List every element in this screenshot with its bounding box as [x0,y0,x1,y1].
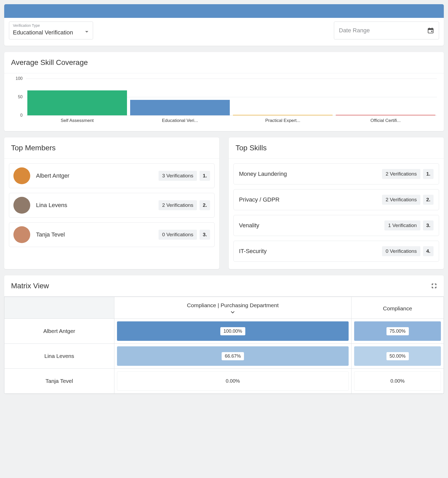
x-axis-label: Educational Veri... [129,118,231,123]
verification-type-select[interactable]: Verification Type Educational Verificati… [9,22,93,39]
chevron-down-icon [85,31,89,33]
rank-badge: 1. [423,169,434,179]
member-row[interactable]: Tanja Tevel0 Verifications3. [9,222,215,247]
avatar [13,226,30,243]
top-members-card: Top Members Albert Antger3 Verifications… [4,137,219,269]
matrix-cell[interactable]: 75.00% [352,319,444,344]
skill-row[interactable]: Money Laundering2 Verifications1. [233,163,439,184]
skill-name: Money Laundering [239,171,382,177]
percentage-label: 0.00% [117,371,349,391]
member-name: Lina Levens [36,202,159,209]
verification-type-value: Educational Verification [13,29,73,36]
matrix-row-header[interactable]: Tanja Tevel [4,369,114,394]
bar-chart: 050100 Self AssessmentEducational Veri..… [11,79,437,126]
svg-rect-1 [428,28,433,30]
rank-badge: 3. [200,230,210,240]
top-skills-card: Top Skills Money Laundering2 Verificatio… [229,137,444,269]
column-label: Compliance | Purchasing Department [118,302,348,309]
y-axis-tick: 100 [11,76,23,81]
calendar-icon [427,27,434,34]
x-axis-label: Practical Expert... [231,118,334,123]
rank-badge: 2. [423,195,434,205]
x-axis-label: Self Assessment [26,118,129,123]
skill-row[interactable]: Privacy / GDPR2 Verifications2. [233,189,439,210]
chart-bar[interactable] [130,100,230,115]
matrix-cell[interactable]: 66.67% [114,344,351,369]
matrix-column-header[interactable]: Compliance [352,297,444,319]
skill-name: IT-Security [239,248,382,255]
skill-name: Venality [239,222,384,229]
matrix-cell[interactable]: 0.00% [352,369,444,394]
filter-card: Verification Type Educational Verificati… [4,4,444,46]
percentage-label: 66.67% [222,352,244,360]
svg-rect-2 [431,31,432,32]
top-members-title: Top Members [4,137,219,158]
percentage-label: 50.00% [386,352,409,360]
x-axis-label: Official Certifi... [334,118,437,123]
rank-badge: 4. [423,246,434,256]
verifications-badge: 3 Verifications [159,171,197,181]
top-skills-title: Top Skills [229,137,444,158]
rank-badge: 3. [423,220,434,230]
avatar [13,167,30,184]
verifications-badge: 0 Verifications [159,230,197,240]
avatar [13,197,30,214]
date-range-input[interactable]: Date Range [334,22,439,39]
y-axis-tick: 0 [11,113,23,118]
y-axis-tick: 50 [11,95,23,99]
skill-name: Privacy / GDPR [239,196,382,203]
percentage-label: 100.00% [220,327,245,335]
member-name: Tanja Tevel [36,231,159,238]
verifications-badge: 2 Verifications [382,169,420,179]
fullscreen-icon[interactable] [431,283,437,289]
matrix-row-header[interactable]: Albert Antger [4,319,114,344]
svg-rect-3 [429,28,430,29]
matrix-cell[interactable]: 100.00% [114,319,351,344]
verifications-badge: 2 Verifications [159,200,197,210]
member-name: Albert Antger [36,172,159,179]
skill-row[interactable]: Venality1 Verification3. [233,215,439,236]
chart-title: Average Skill Coverage [4,52,444,73]
chart-bar[interactable] [233,115,333,115]
percentage-label: 75.00% [386,327,409,335]
chart-bar[interactable] [27,90,127,115]
verifications-badge: 0 Verifications [382,246,420,256]
matrix-table: Compliance | Purchasing DepartmentCompli… [4,297,444,394]
matrix-card: Matrix View Compliance | Purchasing Depa… [4,275,444,394]
chart-bar[interactable] [336,115,435,115]
date-range-placeholder: Date Range [339,27,370,34]
member-row[interactable]: Albert Antger3 Verifications1. [9,163,215,188]
svg-rect-4 [432,28,432,29]
verifications-badge: 1 Verification [384,220,420,230]
column-label: Compliance [355,305,440,312]
skill-row[interactable]: IT-Security0 Verifications4. [233,241,439,262]
matrix-corner [4,297,114,319]
matrix-column-header[interactable]: Compliance | Purchasing Department [114,297,351,319]
chevron-down-icon[interactable] [231,311,235,313]
matrix-row-header[interactable]: Lina Levens [4,344,114,369]
matrix-cell[interactable]: 50.00% [352,344,444,369]
filter-header-bar [4,4,444,18]
percentage-label: 0.00% [354,371,441,391]
member-row[interactable]: Lina Levens2 Verifications2. [9,193,215,218]
verification-type-label: Verification Type [13,23,89,28]
rank-badge: 2. [200,200,210,210]
matrix-cell[interactable]: 0.00% [114,369,351,394]
chart-card: Average Skill Coverage 050100 Self Asses… [4,52,444,131]
rank-badge: 1. [200,171,210,181]
verifications-badge: 2 Verifications [382,195,420,205]
matrix-title: Matrix View [11,282,49,290]
